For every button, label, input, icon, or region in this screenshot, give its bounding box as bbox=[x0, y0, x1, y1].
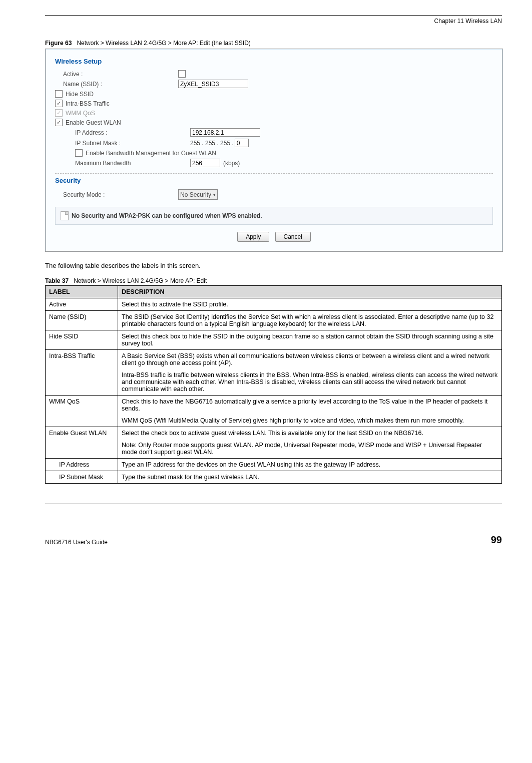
note-icon bbox=[61, 211, 69, 220]
ssid-label: Name (SSID) : bbox=[55, 81, 178, 88]
table-caption: Table 37 Network > Wireless LAN 2.4G/5G … bbox=[45, 277, 502, 284]
security-title: Security bbox=[55, 177, 493, 184]
table-row: Intra-BSS Traffic A Basic Service Set (B… bbox=[46, 350, 502, 396]
wmm-checkbox bbox=[55, 109, 63, 117]
figure-label: Figure 63 bbox=[45, 40, 72, 47]
page-footer: NBG6716 User's Guide 99 bbox=[45, 534, 502, 546]
max-bw-label: Maximum Bandwidth bbox=[55, 160, 190, 167]
bwm-checkbox[interactable] bbox=[75, 149, 83, 157]
row-label: Intra-BSS Traffic bbox=[46, 350, 118, 396]
table-row: Enable Guest WLAN Select the check box t… bbox=[46, 427, 502, 459]
table-row: Name (SSID) The SSID (Service Set IDenti… bbox=[46, 311, 502, 330]
subnet-last-input[interactable] bbox=[235, 139, 249, 147]
footer-guide: NBG6716 User's Guide bbox=[45, 539, 108, 546]
bwm-label: Enable Bandwidth Management for Guest WL… bbox=[86, 150, 216, 157]
max-bw-input[interactable] bbox=[190, 159, 220, 167]
table-row: Hide SSID Select this check box to hide … bbox=[46, 330, 502, 350]
apply-button[interactable]: Apply bbox=[237, 232, 269, 242]
wps-note-box: No Security and WPA2-PSK can be configur… bbox=[55, 207, 493, 225]
figure-caption-text: Network > Wireless LAN 2.4G/5G > More AP… bbox=[77, 40, 250, 47]
ip-address-label: IP Address : bbox=[55, 129, 190, 136]
wps-note-text: No Security and WPA2-PSK can be configur… bbox=[72, 212, 262, 219]
row-desc: Select the check box to activate guest w… bbox=[118, 427, 502, 459]
ip-address-input[interactable] bbox=[190, 128, 260, 137]
intro-text: The following table describes the labels… bbox=[45, 262, 502, 269]
row-label: Name (SSID) bbox=[46, 311, 118, 330]
row-label: Hide SSID bbox=[46, 330, 118, 350]
footer-rule bbox=[45, 504, 502, 504]
description-table: LABEL DESCRIPTION Active Select this to … bbox=[45, 285, 502, 484]
table-row: Active Select this to activate the SSID … bbox=[46, 298, 502, 311]
intra-bss-label: Intra-BSS Traffic bbox=[66, 100, 110, 107]
cancel-button[interactable]: Cancel bbox=[275, 232, 311, 242]
row-desc: Select this to activate the SSID profile… bbox=[118, 298, 502, 311]
ssid-input[interactable] bbox=[178, 80, 248, 88]
row-desc: Type an IP address for the devices on th… bbox=[118, 459, 502, 471]
table-row: WMM QoS Check this to have the NBG6716 a… bbox=[46, 396, 502, 427]
subnet-prefix: 255 . 255 . 255 . bbox=[190, 140, 234, 147]
security-mode-value: No Security bbox=[180, 191, 211, 198]
header-rule bbox=[45, 15, 502, 16]
chapter-header: Chapter 11 Wireless LAN bbox=[45, 18, 502, 25]
hide-ssid-label: Hide SSID bbox=[66, 91, 94, 98]
security-mode-label: Security Mode : bbox=[55, 191, 178, 198]
row-label: Active bbox=[46, 298, 118, 311]
wmm-label: WMM QoS bbox=[66, 110, 95, 117]
table-row: IP Subnet Mask Type the subnet mask for … bbox=[46, 471, 502, 484]
table-header-row: LABEL DESCRIPTION bbox=[46, 286, 502, 298]
row-desc: A Basic Service Set (BSS) exists when al… bbox=[118, 350, 502, 396]
table-caption-text: Network > Wireless LAN 2.4G/5G > More AP… bbox=[74, 277, 207, 284]
row-desc: The SSID (Service Set IDentity) identifi… bbox=[118, 311, 502, 330]
row-label: IP Address bbox=[46, 459, 118, 471]
row-desc: Select this check box to hide the SSID i… bbox=[118, 330, 502, 350]
active-label: Active : bbox=[55, 71, 178, 78]
row-label: WMM QoS bbox=[46, 396, 118, 427]
table-label: Table 37 bbox=[45, 277, 69, 284]
table-header-desc: DESCRIPTION bbox=[118, 286, 502, 298]
hide-ssid-checkbox[interactable] bbox=[55, 90, 63, 98]
row-label: Enable Guest WLAN bbox=[46, 427, 118, 459]
row-desc: Check this to have the NBG6716 automatic… bbox=[118, 396, 502, 427]
row-desc: Type the subnet mask for the guest wirel… bbox=[118, 471, 502, 484]
guest-wlan-checkbox[interactable] bbox=[55, 119, 63, 126]
subnet-label: IP Subnet Mask : bbox=[55, 140, 190, 147]
page-number: 99 bbox=[491, 534, 502, 546]
wireless-setup-title: Wireless Setup bbox=[55, 58, 493, 65]
guest-wlan-label: Enable Guest WLAN bbox=[66, 119, 121, 126]
table-row: IP Address Type an IP address for the de… bbox=[46, 459, 502, 471]
figure-caption: Figure 63 Network > Wireless LAN 2.4G/5G… bbox=[45, 40, 502, 47]
security-mode-select[interactable]: No Security ▾ bbox=[178, 189, 218, 200]
section-divider bbox=[55, 173, 493, 174]
chevron-down-icon: ▾ bbox=[213, 192, 216, 197]
row-label: IP Subnet Mask bbox=[46, 471, 118, 484]
table-header-label: LABEL bbox=[46, 286, 118, 298]
max-bw-unit: (kbps) bbox=[223, 160, 240, 167]
screenshot-figure: Wireless Setup Active : Name (SSID) : Hi… bbox=[45, 49, 503, 252]
intra-bss-checkbox[interactable] bbox=[55, 100, 63, 107]
active-checkbox[interactable] bbox=[178, 70, 186, 78]
